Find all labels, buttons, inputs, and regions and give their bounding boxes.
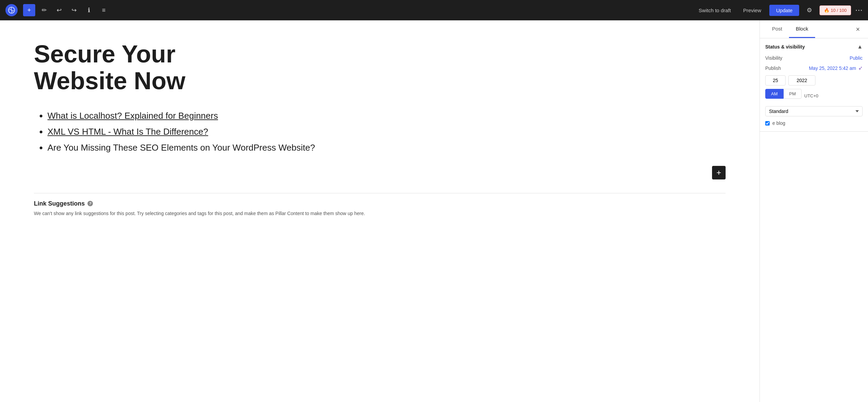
visibility-value[interactable]: Public xyxy=(850,55,863,61)
template-row: Standard xyxy=(765,106,863,116)
tab-block[interactable]: Block xyxy=(789,20,815,38)
toolbar-right: Switch to draft Preview Update ⚙ 🔥 10 / … xyxy=(695,4,863,16)
undo-button[interactable]: ↩ xyxy=(53,4,65,16)
wp-logo[interactable] xyxy=(5,4,18,16)
list-link-2[interactable]: XML VS HTML - What Is The Difference? xyxy=(47,127,208,137)
blog-checkbox-row: e blog xyxy=(765,120,863,126)
visibility-label: Visibility xyxy=(765,55,782,61)
publish-value[interactable]: May 25, 2022 5:42 am ➶ xyxy=(809,65,863,71)
am-button[interactable]: AM xyxy=(765,89,784,99)
pm-button[interactable]: PM xyxy=(784,89,802,99)
add-block-toolbar-button[interactable]: + xyxy=(23,4,35,16)
status-visibility-section: Status & visibility ▲ Visibility Public … xyxy=(760,38,868,132)
redo-button[interactable]: ↪ xyxy=(68,4,80,16)
score-button[interactable]: 🔥 10 / 100 xyxy=(820,5,851,15)
utc-label: UTC+0 xyxy=(804,93,818,98)
section-title: Status & visibility xyxy=(765,44,805,50)
help-icon[interactable]: ? xyxy=(87,201,93,206)
more-options-button[interactable]: ⋯ xyxy=(855,6,863,15)
list-view-button[interactable]: ≡ xyxy=(98,4,110,16)
main-content: Secure Your Website Now What is Localhos… xyxy=(0,20,868,402)
purple-arrow-icon: ➶ xyxy=(858,65,863,71)
post-title: Secure Your Website Now xyxy=(34,41,726,94)
section-header: Status & visibility ▲ xyxy=(765,44,863,50)
list-item: Are You Missing These SEO Elements on Yo… xyxy=(47,140,726,156)
info-button[interactable]: ℹ xyxy=(83,4,95,16)
sidebar-tabs: Post Block × xyxy=(760,20,868,38)
year-input[interactable] xyxy=(788,75,815,85)
tab-post[interactable]: Post xyxy=(765,20,789,38)
publish-row: Publish May 25, 2022 5:42 am ➶ xyxy=(765,65,863,71)
link-suggestions-text: We can't show any link suggestions for t… xyxy=(34,210,726,217)
add-block-button[interactable]: + xyxy=(712,166,726,179)
time-toggle: AM PM xyxy=(765,89,802,99)
list-item: XML VS HTML - What Is The Difference? xyxy=(47,124,726,140)
switch-to-draft-button[interactable]: Switch to draft xyxy=(695,5,735,15)
post-list: What is Localhost? Explained for Beginne… xyxy=(34,108,726,155)
update-button[interactable]: Update xyxy=(769,5,799,16)
visibility-row: Visibility Public xyxy=(765,55,863,61)
list-text-3: Are You Missing These SEO Elements on Yo… xyxy=(47,142,315,153)
list-item: What is Localhost? Explained for Beginne… xyxy=(47,108,726,124)
sidebar: Post Block × Status & visibility ▲ Visib… xyxy=(760,20,868,402)
blog-label: e blog xyxy=(772,120,785,126)
sidebar-close-button[interactable]: × xyxy=(853,20,863,38)
settings-button[interactable]: ⚙ xyxy=(803,4,815,16)
day-input[interactable] xyxy=(765,75,786,85)
toolbar: + ✏ ↩ ↪ ℹ ≡ Switch to draft Preview Upda… xyxy=(0,0,868,20)
blog-checkbox[interactable] xyxy=(765,121,770,126)
section-collapse-button[interactable]: ▲ xyxy=(857,44,863,50)
edit-button[interactable]: ✏ xyxy=(38,4,50,16)
list-link-1[interactable]: What is Localhost? Explained for Beginne… xyxy=(47,111,218,121)
preview-button[interactable]: Preview xyxy=(739,5,765,15)
publish-label: Publish xyxy=(765,65,781,71)
link-suggestions-title: Link Suggestions ? xyxy=(34,200,726,207)
link-suggestions-section: Link Suggestions ? We can't show any lin… xyxy=(34,193,726,217)
editor-area: Secure Your Website Now What is Localhos… xyxy=(0,20,760,402)
template-select[interactable]: Standard xyxy=(765,106,863,116)
